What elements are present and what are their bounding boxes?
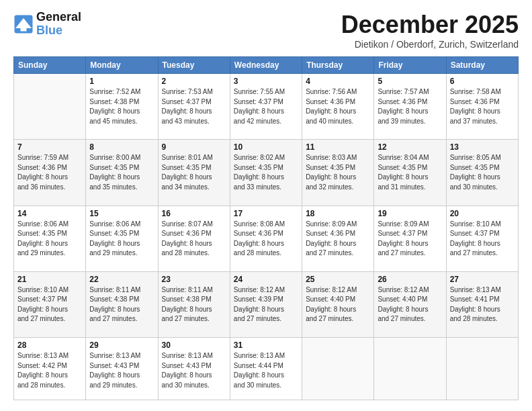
calendar-cell: 26Sunrise: 8:12 AM Sunset: 4:40 PM Dayli… [374, 271, 446, 337]
calendar-week-row: 28Sunrise: 8:13 AM Sunset: 4:42 PM Dayli… [14, 338, 519, 400]
day-number: 26 [378, 275, 442, 284]
day-number: 24 [234, 275, 298, 284]
column-header-friday: Friday [374, 57, 446, 74]
day-number: 20 [450, 209, 515, 218]
calendar-cell: 31Sunrise: 8:13 AM Sunset: 4:44 PM Dayli… [230, 338, 302, 400]
calendar-cell: 15Sunrise: 8:06 AM Sunset: 4:35 PM Dayli… [86, 205, 158, 271]
calendar-cell: 1Sunrise: 7:52 AM Sunset: 4:38 PM Daylig… [86, 74, 158, 140]
day-info: Sunrise: 7:57 AM Sunset: 4:36 PM Dayligh… [378, 87, 442, 126]
day-info: Sunrise: 8:07 AM Sunset: 4:36 PM Dayligh… [162, 220, 226, 259]
day-number: 9 [162, 142, 226, 152]
day-info: Sunrise: 7:52 AM Sunset: 4:38 PM Dayligh… [89, 87, 154, 126]
day-info: Sunrise: 8:12 AM Sunset: 4:40 PM Dayligh… [378, 285, 442, 324]
day-info: Sunrise: 8:05 AM Sunset: 4:35 PM Dayligh… [450, 153, 515, 192]
day-info: Sunrise: 8:08 AM Sunset: 4:36 PM Dayligh… [234, 220, 298, 259]
day-number: 27 [450, 275, 515, 284]
calendar-cell [302, 338, 374, 400]
calendar-cell: 6Sunrise: 7:58 AM Sunset: 4:36 PM Daylig… [446, 74, 518, 140]
day-info: Sunrise: 8:10 AM Sunset: 4:37 PM Dayligh… [450, 220, 515, 259]
calendar-cell: 12Sunrise: 8:04 AM Sunset: 4:35 PM Dayli… [374, 140, 446, 205]
column-header-sunday: Sunday [14, 57, 86, 74]
title-block: December 2025 Dietikon / Oberdorf, Zuric… [341, 11, 519, 50]
day-number: 1 [89, 77, 154, 86]
calendar-cell: 4Sunrise: 7:56 AM Sunset: 4:36 PM Daylig… [302, 74, 374, 140]
day-number: 4 [306, 77, 370, 86]
day-info: Sunrise: 8:09 AM Sunset: 4:37 PM Dayligh… [378, 220, 442, 259]
calendar-cell [446, 338, 518, 400]
day-number: 15 [89, 209, 154, 218]
day-info: Sunrise: 8:12 AM Sunset: 4:40 PM Dayligh… [306, 285, 370, 324]
logo-text: General Blue [36, 11, 81, 38]
day-number: 7 [17, 142, 82, 152]
calendar-body: 1Sunrise: 7:52 AM Sunset: 4:38 PM Daylig… [14, 74, 519, 400]
day-info: Sunrise: 7:55 AM Sunset: 4:37 PM Dayligh… [234, 87, 298, 126]
calendar-cell: 3Sunrise: 7:55 AM Sunset: 4:37 PM Daylig… [230, 74, 302, 140]
day-number: 11 [306, 142, 370, 152]
calendar-table: SundayMondayTuesdayWednesdayThursdayFrid… [13, 56, 519, 400]
column-header-wednesday: Wednesday [230, 57, 302, 74]
calendar-cell: 17Sunrise: 8:08 AM Sunset: 4:36 PM Dayli… [230, 205, 302, 271]
day-info: Sunrise: 8:06 AM Sunset: 4:35 PM Dayligh… [89, 220, 154, 259]
calendar-week-row: 1Sunrise: 7:52 AM Sunset: 4:38 PM Daylig… [14, 74, 519, 140]
column-header-saturday: Saturday [446, 57, 518, 74]
day-number: 5 [378, 77, 442, 86]
calendar-cell: 28Sunrise: 8:13 AM Sunset: 4:42 PM Dayli… [14, 338, 86, 400]
day-number: 28 [17, 340, 82, 350]
day-number: 19 [378, 209, 442, 218]
calendar-cell: 16Sunrise: 8:07 AM Sunset: 4:36 PM Dayli… [158, 205, 230, 271]
day-number: 31 [234, 340, 298, 350]
logo-line1: General [36, 11, 81, 24]
calendar-cell: 25Sunrise: 8:12 AM Sunset: 4:40 PM Dayli… [302, 271, 374, 337]
day-number: 12 [378, 142, 442, 152]
logo-icon [13, 14, 34, 34]
calendar-cell: 30Sunrise: 8:13 AM Sunset: 4:43 PM Dayli… [158, 338, 230, 400]
day-number: 8 [89, 142, 154, 152]
day-number: 17 [234, 209, 298, 218]
calendar-cell: 13Sunrise: 8:05 AM Sunset: 4:35 PM Dayli… [446, 140, 518, 205]
location: Dietikon / Oberdorf, Zurich, Switzerland [341, 39, 519, 50]
calendar-cell: 9Sunrise: 8:01 AM Sunset: 4:35 PM Daylig… [158, 140, 230, 205]
calendar-cell [374, 338, 446, 400]
day-info: Sunrise: 7:56 AM Sunset: 4:36 PM Dayligh… [306, 87, 370, 126]
calendar-cell: 18Sunrise: 8:09 AM Sunset: 4:36 PM Dayli… [302, 205, 374, 271]
day-number: 23 [162, 275, 226, 284]
day-number: 16 [162, 209, 226, 218]
day-info: Sunrise: 7:58 AM Sunset: 4:36 PM Dayligh… [450, 87, 515, 126]
day-number: 10 [234, 142, 298, 152]
calendar-header-row: SundayMondayTuesdayWednesdayThursdayFrid… [14, 57, 519, 74]
calendar-cell: 2Sunrise: 7:53 AM Sunset: 4:37 PM Daylig… [158, 74, 230, 140]
day-number: 6 [450, 77, 515, 86]
day-number: 13 [450, 142, 515, 152]
day-info: Sunrise: 8:00 AM Sunset: 4:35 PM Dayligh… [89, 153, 154, 192]
day-info: Sunrise: 8:02 AM Sunset: 4:35 PM Dayligh… [234, 153, 298, 192]
day-info: Sunrise: 8:13 AM Sunset: 4:44 PM Dayligh… [234, 351, 298, 390]
day-info: Sunrise: 8:13 AM Sunset: 4:42 PM Dayligh… [17, 351, 82, 390]
day-info: Sunrise: 7:53 AM Sunset: 4:37 PM Dayligh… [162, 87, 226, 126]
calendar-cell: 20Sunrise: 8:10 AM Sunset: 4:37 PM Dayli… [446, 205, 518, 271]
day-info: Sunrise: 8:12 AM Sunset: 4:39 PM Dayligh… [234, 285, 298, 324]
column-header-tuesday: Tuesday [158, 57, 230, 74]
day-info: Sunrise: 7:59 AM Sunset: 4:36 PM Dayligh… [17, 153, 82, 192]
calendar-week-row: 21Sunrise: 8:10 AM Sunset: 4:37 PM Dayli… [14, 271, 519, 337]
day-number: 3 [234, 77, 298, 86]
calendar-cell: 5Sunrise: 7:57 AM Sunset: 4:36 PM Daylig… [374, 74, 446, 140]
day-info: Sunrise: 8:04 AM Sunset: 4:35 PM Dayligh… [378, 153, 442, 192]
day-info: Sunrise: 8:10 AM Sunset: 4:37 PM Dayligh… [17, 285, 82, 324]
day-info: Sunrise: 8:13 AM Sunset: 4:43 PM Dayligh… [89, 351, 154, 390]
header: General Blue December 2025 Dietikon / Ob… [13, 11, 519, 50]
day-number: 2 [162, 77, 226, 86]
day-number: 30 [162, 340, 226, 350]
day-number: 25 [306, 275, 370, 284]
calendar-cell: 10Sunrise: 8:02 AM Sunset: 4:35 PM Dayli… [230, 140, 302, 205]
calendar-week-row: 7Sunrise: 7:59 AM Sunset: 4:36 PM Daylig… [14, 140, 519, 205]
month-title: December 2025 [341, 11, 519, 39]
day-number: 14 [17, 209, 82, 218]
day-info: Sunrise: 8:01 AM Sunset: 4:35 PM Dayligh… [162, 153, 226, 192]
day-info: Sunrise: 8:03 AM Sunset: 4:35 PM Dayligh… [306, 153, 370, 192]
calendar-cell: 8Sunrise: 8:00 AM Sunset: 4:35 PM Daylig… [86, 140, 158, 205]
calendar-cell: 24Sunrise: 8:12 AM Sunset: 4:39 PM Dayli… [230, 271, 302, 337]
day-number: 21 [17, 275, 82, 284]
calendar-cell: 19Sunrise: 8:09 AM Sunset: 4:37 PM Dayli… [374, 205, 446, 271]
calendar-cell: 23Sunrise: 8:11 AM Sunset: 4:38 PM Dayli… [158, 271, 230, 337]
calendar-week-row: 14Sunrise: 8:06 AM Sunset: 4:35 PM Dayli… [14, 205, 519, 271]
